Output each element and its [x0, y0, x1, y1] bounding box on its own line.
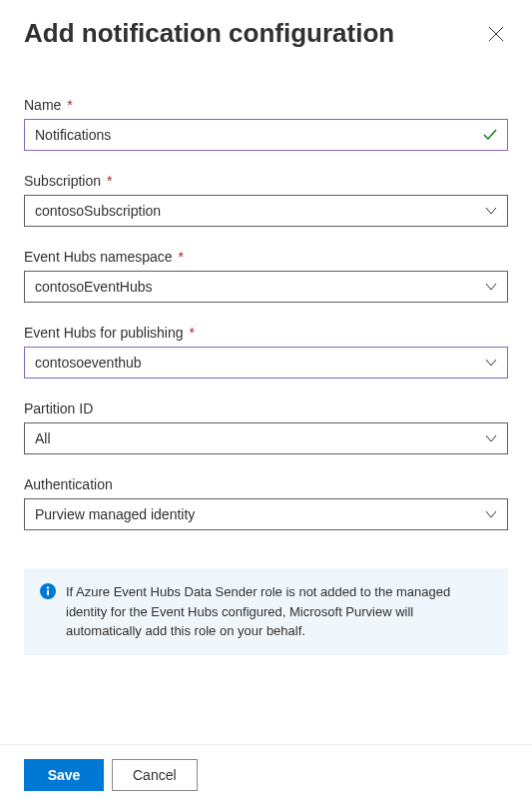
required-indicator: *: [179, 249, 184, 265]
panel-footer: Save Cancel: [0, 744, 532, 805]
auth-field-group: Authentication Purview managed identity: [24, 476, 508, 530]
close-icon: [488, 26, 504, 42]
publishing-select[interactable]: contosoeventhub: [24, 347, 508, 379]
subscription-label: Subscription *: [24, 173, 508, 189]
publishing-label-text: Event Hubs for publishing: [24, 325, 184, 341]
namespace-label-text: Event Hubs namespace: [24, 249, 173, 265]
namespace-label: Event Hubs namespace *: [24, 249, 508, 265]
info-icon: [40, 583, 56, 599]
partition-value: All: [35, 430, 51, 446]
publishing-label: Event Hubs for publishing *: [24, 325, 508, 341]
namespace-select-wrapper: contosoEventHubs: [24, 271, 508, 303]
publishing-select-wrapper: contosoeventhub: [24, 347, 508, 379]
svg-rect-4: [47, 590, 49, 596]
info-text: If Azure Event Hubs Data Sender role is …: [66, 582, 492, 641]
svg-point-3: [47, 586, 49, 588]
subscription-select[interactable]: contosoSubscription: [24, 195, 508, 227]
name-label-text: Name: [24, 97, 61, 113]
subscription-field-group: Subscription * contosoSubscription: [24, 173, 508, 227]
partition-select-wrapper: All: [24, 422, 508, 454]
namespace-field-group: Event Hubs namespace * contosoEventHubs: [24, 249, 508, 303]
panel-header: Add notification configuration: [24, 18, 508, 49]
auth-label: Authentication: [24, 476, 508, 492]
subscription-value: contosoSubscription: [35, 203, 161, 219]
auth-select[interactable]: Purview managed identity: [24, 498, 508, 530]
namespace-value: contosoEventHubs: [35, 279, 153, 295]
name-input-wrapper: [24, 119, 508, 151]
subscription-select-wrapper: contosoSubscription: [24, 195, 508, 227]
required-indicator: *: [67, 97, 72, 113]
subscription-label-text: Subscription: [24, 173, 101, 189]
partition-label: Partition ID: [24, 401, 508, 416]
publishing-field-group: Event Hubs for publishing * contosoevent…: [24, 325, 508, 379]
name-input[interactable]: [24, 119, 508, 151]
partition-label-text: Partition ID: [24, 401, 93, 416]
name-field-group: Name *: [24, 97, 508, 151]
namespace-select[interactable]: contosoEventHubs: [24, 271, 508, 303]
auth-value: Purview managed identity: [35, 506, 195, 522]
page-title: Add notification configuration: [24, 18, 394, 49]
close-button[interactable]: [484, 22, 508, 46]
publishing-value: contosoeventhub: [35, 355, 142, 371]
name-label: Name *: [24, 97, 508, 113]
auth-select-wrapper: Purview managed identity: [24, 498, 508, 530]
info-box: If Azure Event Hubs Data Sender role is …: [24, 568, 508, 655]
auth-label-text: Authentication: [24, 476, 113, 492]
save-button[interactable]: Save: [24, 759, 104, 791]
cancel-button[interactable]: Cancel: [112, 759, 198, 791]
partition-field-group: Partition ID All: [24, 401, 508, 454]
required-indicator: *: [107, 173, 112, 189]
required-indicator: *: [189, 325, 194, 341]
partition-select[interactable]: All: [24, 422, 508, 454]
